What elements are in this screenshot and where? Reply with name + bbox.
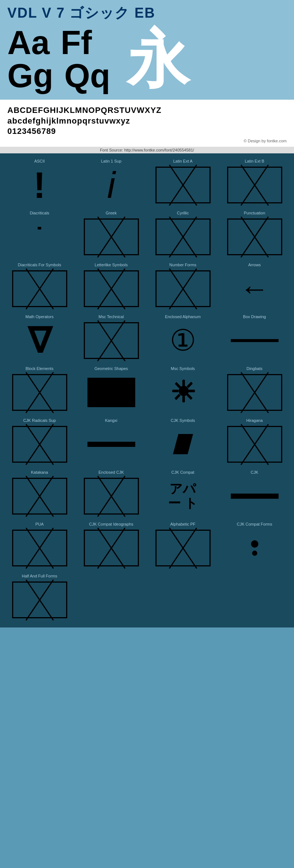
cell-msc-technical: Msc Technical <box>77 313 145 363</box>
content-cjk-symbols <box>154 424 212 465</box>
cell-cjk-radicals: CJK Radicals Sup <box>6 416 74 466</box>
cell-cjk-symbols: CJK Symbols <box>149 416 217 466</box>
xbox-alphabetic-pf <box>155 530 211 566</box>
content-kangxi <box>82 424 141 465</box>
cell-pua: PUA <box>6 520 74 570</box>
cell-empty-2 <box>149 572 217 622</box>
cell-punctuation: Punctuation <box>220 209 288 259</box>
label-latinexta: Latin Ext A <box>173 159 193 163</box>
kanji-box: 永 <box>125 27 191 92</box>
kanji-char: 永 <box>127 28 189 90</box>
sample-chars: Aa Ff Gg Qq 永 <box>7 26 287 92</box>
label-katakana: Katakana <box>31 470 48 474</box>
label-hiragana: Hiragana <box>246 418 263 423</box>
xbox-pua <box>12 530 67 566</box>
label-half-full: Half And Full Forms <box>22 574 57 578</box>
label-diacriticals: Diacriticals <box>30 211 49 215</box>
xbox-letterlike <box>84 270 139 307</box>
cell-latin1sup: Latin 1 Sup i <box>77 157 145 207</box>
label-box-drawing: Box Drawing <box>243 314 266 319</box>
content-cjk-compat: アパ ー ト <box>154 476 212 516</box>
cell-latinexta: Latin Ext A <box>149 157 217 207</box>
cjk-row1: アパ <box>168 482 198 496</box>
content-diacrit-symbols <box>10 268 69 309</box>
content-katakana <box>10 476 69 516</box>
grid-row-3: Diacriticals For Symbols Letterlike Symb… <box>4 261 290 311</box>
label-cyrillic: Cyrillic <box>177 211 189 215</box>
content-enclosed-alphanum: ① <box>154 320 212 361</box>
cell-cjk-compat: CJK Compat アパ ー ト <box>149 468 217 518</box>
xbox-enclosed-cjk <box>84 478 139 515</box>
label-block-elements: Block Elements <box>26 366 54 371</box>
grid-row-6: CJK Radicals Sup Kangxi CJK Symbols Hira… <box>4 416 290 466</box>
cell-geometric-shapes: Geometric Shapes <box>77 364 145 415</box>
nabla-symbol: ∇ <box>28 320 51 361</box>
label-cjk-symbols: CJK Symbols <box>171 418 195 423</box>
sample-row-2: Gg Qq <box>7 59 110 92</box>
content-cjk <box>225 476 284 516</box>
cell-empty-1 <box>77 572 145 622</box>
content-msc-symbols: ☀ <box>154 372 212 413</box>
xbox-hiragana <box>227 426 282 463</box>
cjk-compat-text: アパ ー ト <box>168 482 198 510</box>
content-msc-technical <box>82 320 141 361</box>
label-greek: Greek <box>106 211 117 215</box>
content-greek <box>82 217 141 257</box>
content-cjk-radicals <box>10 424 69 465</box>
label-pua: PUA <box>35 522 44 526</box>
font-title: VDL V 7 ゴシック EB <box>7 4 287 22</box>
alphabet-lower: abcdefghijklmnopqrstuvwxyz <box>7 116 287 127</box>
alphabet-digits: 0123456789 <box>7 126 287 137</box>
label-msc-technical: Msc Technical <box>98 314 124 319</box>
dot-large <box>251 540 258 548</box>
sample-gg: Gg <box>7 59 53 92</box>
content-punctuation <box>225 217 284 257</box>
content-cjk-compat-forms <box>225 528 284 568</box>
content-dingbats <box>225 372 284 413</box>
label-geometric-shapes: Geometric Shapes <box>94 366 128 371</box>
label-math-operators: Math Operators <box>25 314 53 319</box>
content-block-elements <box>10 372 69 413</box>
box-line <box>231 339 279 342</box>
label-cjk: CJK <box>251 470 258 474</box>
label-cjk-compat-forms: CJK Compat Forms <box>237 522 272 526</box>
content-ascii: ! <box>10 165 69 205</box>
cell-alphabetic-pf: Alphabetic PF <box>149 520 217 570</box>
alphabet-section: ABCDEFGHIJKLMNOPQRSTUVWXYZ abcdefghijklm… <box>0 100 294 147</box>
cell-kangxi: Kangxi <box>77 416 145 466</box>
label-kangxi: Kangxi <box>105 418 118 423</box>
content-arrows: ← <box>225 268 284 309</box>
xbox-punctuation <box>227 218 282 255</box>
content-diacriticals: ˙ <box>10 217 69 257</box>
cell-dingbats: Dingbats <box>220 364 288 415</box>
label-latin1sup: Latin 1 Sup <box>101 159 122 163</box>
grid-row-9: Half And Full Forms <box>4 572 290 622</box>
cell-empty-3 <box>220 572 288 622</box>
cell-cjk: CJK <box>220 468 288 518</box>
content-pua <box>10 528 69 568</box>
cell-msc-symbols: Msc Symbols ☀ <box>149 364 217 415</box>
cell-box-drawing: Box Drawing <box>220 313 288 363</box>
content-latinextb <box>225 165 284 205</box>
label-diacrit-symbols: Diacriticals For Symbols <box>18 263 61 267</box>
content-math-operators: ∇ <box>10 320 69 361</box>
cell-enclosed-cjk: Enclosed CJK <box>77 468 145 518</box>
cell-numberforms: Number Forms <box>149 261 217 311</box>
ascii-exclaim: ! <box>33 167 46 203</box>
latin-i: i <box>107 167 115 203</box>
diacrit-mark: ˙ <box>35 222 44 252</box>
dot-small <box>252 551 257 556</box>
cell-hiragana: Hiragana <box>220 416 288 466</box>
arrow-symbol: ← <box>240 272 269 306</box>
xbox-block-elements <box>12 374 67 411</box>
sun-symbol: ☀ <box>170 375 196 409</box>
sample-left: Aa Ff Gg Qq <box>7 26 110 92</box>
xbox-cjk-compat-ideographs <box>84 530 139 566</box>
cell-cjk-compat-forms: CJK Compat Forms <box>220 520 288 570</box>
label-latinextb: Latin Ext B <box>245 159 264 163</box>
label-numberforms: Number Forms <box>169 263 196 267</box>
xbox-half-full <box>12 581 67 618</box>
label-ascii: ASCII <box>34 159 45 163</box>
grid-row-5: Block Elements Geometric Shapes Msc Symb… <box>4 364 290 415</box>
cell-half-full: Half And Full Forms <box>6 572 74 622</box>
